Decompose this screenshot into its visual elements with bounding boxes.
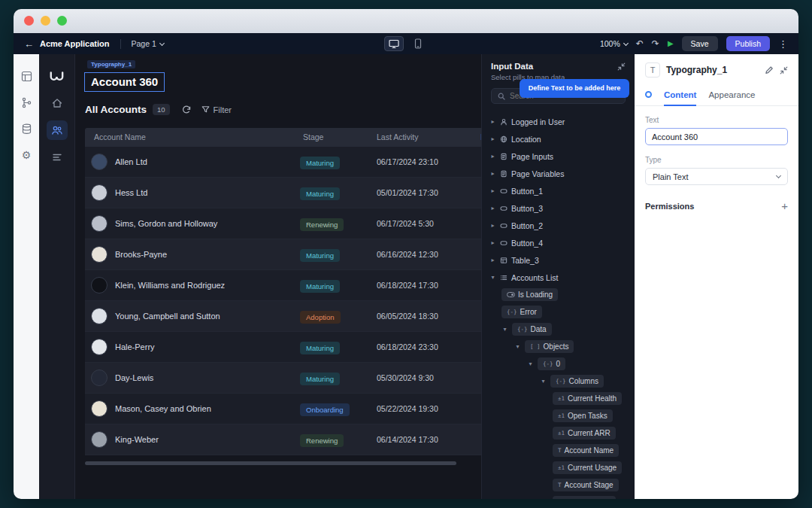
tree-item-current-usage[interactable]: ±1Current Usage xyxy=(482,459,635,476)
pill-label: Current ARR xyxy=(568,429,611,437)
chevron-down-icon[interactable]: ▾ xyxy=(501,326,508,333)
data-pill[interactable]: ±1Current ARR xyxy=(553,427,616,440)
table-row[interactable]: Hale-Perry Maturing 06/18/2024 23:30 xyxy=(85,332,481,363)
tree-item-0[interactable]: ▾{-}0 xyxy=(482,355,635,373)
data-pill[interactable]: [ ]Objects xyxy=(525,340,574,353)
publish-button[interactable]: Publish xyxy=(726,36,770,51)
data-pill[interactable]: ±1Current Health xyxy=(553,392,622,405)
table-row[interactable]: Day-Lewis Maturing 05/30/2024 9:30 xyxy=(85,363,481,394)
tab-content[interactable]: Content xyxy=(664,84,696,106)
chevron-down-icon[interactable]: ▾ xyxy=(527,360,534,367)
tree-item-current-nps[interactable]: ±1Current NPS xyxy=(482,494,635,499)
data-pill[interactable]: TAccount Stage xyxy=(553,479,619,491)
tree-item-open-tasks[interactable]: ±1Open Tasks xyxy=(482,407,635,424)
table-row[interactable]: Hess Ltd Maturing 05/01/2024 17:30 xyxy=(85,178,481,208)
maximize-window-button[interactable] xyxy=(57,16,67,26)
table-row[interactable]: Brooks-Payne Maturing 06/16/2024 12:30 xyxy=(85,239,481,270)
redo-icon[interactable]: ↷ xyxy=(652,39,659,48)
account-name: Hale-Perry xyxy=(115,342,155,351)
settings-button[interactable]: ⚙ xyxy=(17,145,36,165)
tree-item-accounts-list[interactable]: ▾Accounts List xyxy=(482,269,635,286)
tree-item-table-3[interactable]: ▸Table_3 xyxy=(482,251,635,269)
save-button[interactable]: Save xyxy=(682,36,718,51)
type-select[interactable]: Plain Text xyxy=(645,168,788,185)
tree-item-is-loading[interactable]: Is Loading xyxy=(482,286,635,303)
data-pill[interactable]: TAccount Name xyxy=(553,444,619,457)
chevron-down-icon[interactable]: ▾ xyxy=(540,378,547,385)
refresh-button[interactable] xyxy=(182,105,191,114)
kebab-menu-icon[interactable]: ⋮ xyxy=(778,39,788,49)
back-icon[interactable]: ← xyxy=(24,39,34,49)
sidebar-item-home[interactable] xyxy=(47,93,68,113)
chevron-right-icon[interactable]: ▸ xyxy=(489,153,496,160)
tree-item-page-inputs[interactable]: ▸Page Inputs xyxy=(482,148,635,165)
edit-icon[interactable] xyxy=(765,65,774,75)
table-row[interactable]: Allen Ltd Maturing 06/17/2024 23:10 xyxy=(85,147,481,178)
desktop-view-button[interactable] xyxy=(384,36,404,51)
tree-item-location[interactable]: ▸Location xyxy=(482,130,635,148)
chevron-right-icon[interactable]: ▸ xyxy=(489,187,496,194)
filter-button[interactable]: Filter xyxy=(201,105,232,114)
chevron-down-icon[interactable]: ▾ xyxy=(489,274,496,281)
selected-typography-component[interactable]: Account 360 xyxy=(84,72,165,92)
collapse-panel-icon[interactable] xyxy=(780,66,788,75)
tree-item-error[interactable]: {-}Error xyxy=(482,303,635,321)
sidebar-item-accounts[interactable] xyxy=(47,120,68,140)
play-icon[interactable]: ▶ xyxy=(668,40,674,47)
app-window: ← Acme Application Page 1 100% ↶ ↷ ▶ xyxy=(14,9,798,499)
chevron-right-icon[interactable]: ▸ xyxy=(489,170,496,177)
table-row[interactable]: Sims, Gordon and Holloway Renewing 06/17… xyxy=(85,208,481,239)
chevron-right-icon[interactable]: ▸ xyxy=(489,205,496,211)
chevron-right-icon[interactable]: ▸ xyxy=(489,135,496,142)
column-header[interactable]: Last Activity xyxy=(368,128,471,147)
chevron-right-icon[interactable]: ▸ xyxy=(489,118,496,125)
tree-item-logged-in-user[interactable]: ▸Logged in User xyxy=(482,113,635,130)
horizontal-scrollbar[interactable] xyxy=(85,461,456,465)
table-row[interactable]: Mason, Casey and Obrien Onboarding 05/22… xyxy=(85,394,481,424)
tree-item-button-4[interactable]: ▸Button_4 xyxy=(482,234,635,251)
page-structure-button[interactable] xyxy=(17,93,36,112)
data-pill[interactable]: {-}Error xyxy=(501,306,542,318)
components-panel-button[interactable] xyxy=(17,66,36,86)
tree-item-button-1[interactable]: ▸Button_1 xyxy=(482,182,635,199)
chevron-down-icon[interactable]: ▾ xyxy=(514,343,521,350)
zoom-control[interactable]: 100% xyxy=(600,39,628,48)
data-pill[interactable]: Is Loading xyxy=(501,288,558,301)
close-window-button[interactable] xyxy=(24,16,34,26)
data-pill[interactable]: {-}0 xyxy=(538,357,565,370)
tree-item-account-stage[interactable]: TAccount Stage xyxy=(482,476,635,494)
collapse-panel-icon[interactable] xyxy=(617,62,626,71)
tree-item-button-2[interactable]: ▸Button_2 xyxy=(482,217,635,234)
data-pill[interactable]: ±1Open Tasks xyxy=(553,409,613,422)
data-pill[interactable]: ±1Current NPS xyxy=(553,496,616,499)
text-value-input[interactable] xyxy=(645,128,788,145)
sidebar-item-tasks[interactable] xyxy=(47,148,68,167)
tab-appearance[interactable]: Appearance xyxy=(708,84,755,106)
chevron-right-icon[interactable]: ▸ xyxy=(489,257,496,263)
tree-item-data[interactable]: ▾{-}Data xyxy=(482,321,635,338)
tree-item-button-3[interactable]: ▸Button_3 xyxy=(482,199,635,217)
tree-item-objects[interactable]: ▾[ ]Objects xyxy=(482,338,635,355)
column-header[interactable]: I xyxy=(471,128,481,147)
tree-item-page-variables[interactable]: ▸Page Variables xyxy=(482,165,635,182)
table-row[interactable]: Klein, Williams and Rodriguez Maturing 0… xyxy=(85,270,481,301)
table-row[interactable]: King-Weber Renewing 06/14/2024 17:30 xyxy=(85,424,481,455)
tree-item-columns[interactable]: ▾{-}Columns xyxy=(482,373,635,390)
page-selector[interactable]: Page 1 xyxy=(132,39,164,48)
data-pill[interactable]: ±1Current Usage xyxy=(553,461,622,474)
chevron-right-icon[interactable]: ▸ xyxy=(489,239,496,246)
data-pill[interactable]: {-}Data xyxy=(512,323,552,336)
table-row[interactable]: Young, Campbell and Sutton Adoption 06/0… xyxy=(85,301,481,332)
undo-icon[interactable]: ↶ xyxy=(636,39,644,48)
tree-item-current-arr[interactable]: ±1Current ARR xyxy=(482,424,635,442)
data-sources-button[interactable] xyxy=(17,119,36,138)
mobile-view-button[interactable] xyxy=(408,36,428,51)
column-header[interactable]: Stage xyxy=(294,128,368,147)
minimize-window-button[interactable] xyxy=(41,16,50,26)
add-permission-icon[interactable]: + xyxy=(781,200,788,211)
data-pill[interactable]: {-}Columns xyxy=(550,375,604,388)
chevron-right-icon[interactable]: ▸ xyxy=(489,222,496,229)
tree-item-account-name[interactable]: TAccount Name xyxy=(482,442,635,459)
column-header[interactable]: Account Name xyxy=(85,128,294,147)
tree-item-current-health[interactable]: ±1Current Health xyxy=(482,390,635,407)
